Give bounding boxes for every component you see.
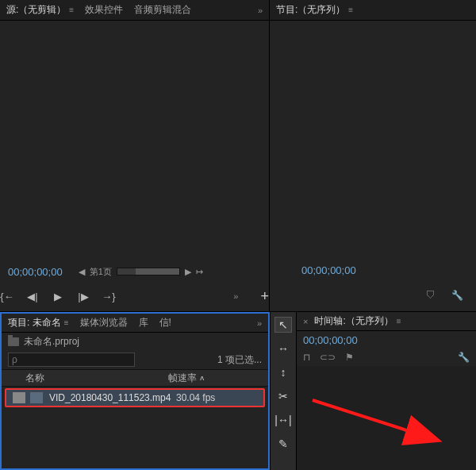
program-panel: 节目:（无序列） ≡ 00;00;00;00 ⛉ 🔧 bbox=[270, 0, 476, 311]
timeline-prefix-icon: × bbox=[303, 317, 308, 326]
program-timebar: 00;00;00;00 bbox=[270, 260, 476, 279]
source-transport: {← ◀| ▶ |▶ →} » + bbox=[0, 281, 269, 311]
source-viewer bbox=[0, 21, 269, 262]
play-button[interactable]: ▶ bbox=[51, 289, 65, 303]
wrench-icon[interactable]: 🔧 bbox=[451, 290, 463, 301]
transport-overflow-icon[interactable]: » bbox=[233, 291, 238, 301]
tool-slip[interactable]: |↔| bbox=[274, 412, 292, 428]
program-timecode[interactable]: 00;00;00;00 bbox=[301, 264, 356, 276]
timeline-tabs: × 时间轴:（无序列） ≡ bbox=[297, 312, 476, 331]
panel-menu-icon[interactable]: ≡ bbox=[69, 6, 74, 14]
tab-timeline-label: 时间轴:（无序列） bbox=[314, 314, 393, 328]
pager-prev-icon[interactable]: ◀ bbox=[79, 267, 85, 277]
mark-in-button[interactable]: {← bbox=[0, 289, 14, 303]
tabs-overflow-icon[interactable]: » bbox=[258, 6, 263, 15]
panel-menu-icon[interactable]: ≡ bbox=[397, 317, 401, 326]
pager-end-icon[interactable]: ↦ bbox=[196, 267, 203, 277]
column-fps[interactable]: 帧速率 ʌ bbox=[168, 372, 268, 385]
tab-source-label: 源:（无剪辑） bbox=[6, 3, 66, 17]
mark-out-button[interactable]: →} bbox=[102, 289, 116, 303]
tool-ripple-edit[interactable]: ↕ bbox=[274, 364, 292, 380]
source-timecode[interactable]: 00;00;00;00 bbox=[8, 266, 63, 278]
link-toggle[interactable]: ⊂⊃ bbox=[320, 352, 336, 363]
timeline-tracks-area[interactable] bbox=[297, 366, 476, 470]
tab-project[interactable]: 项目: 未命名 ≡ bbox=[8, 316, 69, 329]
search-input[interactable] bbox=[8, 352, 135, 367]
project-tabs: 项目: 未命名 ≡ 媒体浏览器 库 信! » bbox=[2, 314, 268, 333]
timeline-settings[interactable]: 🔧 bbox=[458, 352, 470, 363]
marker-tool[interactable]: ⚑ bbox=[345, 352, 354, 363]
media-fps: 30.04 fps bbox=[176, 392, 215, 403]
tool-selection[interactable]: ↖ bbox=[274, 317, 292, 333]
pager-next-icon[interactable]: ▶ bbox=[185, 267, 191, 277]
tab-project-label: 项目: 未命名 bbox=[8, 316, 61, 329]
item-count-label: 1 项已选... bbox=[217, 353, 262, 367]
tab-timeline[interactable]: 时间轴:（无序列） ≡ bbox=[314, 314, 401, 328]
sort-caret-icon: ʌ bbox=[200, 374, 204, 382]
tool-track-select[interactable]: ↔ bbox=[274, 341, 292, 356]
timeline-panel: × 时间轴:（无序列） ≡ 00;00;00;00 ⊓ ⊂⊃ ⚑ 🔧 bbox=[297, 312, 476, 470]
project-list-header: 名称 帧速率 ʌ bbox=[2, 369, 268, 387]
tab-media-browser[interactable]: 媒体浏览器 bbox=[80, 316, 128, 329]
step-back-button[interactable]: ◀| bbox=[25, 289, 40, 303]
media-thumb-icon bbox=[13, 392, 25, 403]
tab-audio-clip-mixer[interactable]: 音频剪辑混合 bbox=[134, 3, 191, 17]
bin-icon bbox=[8, 337, 19, 346]
project-search-row: 1 项已选... bbox=[2, 350, 268, 369]
column-fps-label: 帧速率 bbox=[168, 372, 197, 385]
timeline-timecode[interactable]: 00;00;00;00 bbox=[297, 331, 476, 349]
project-file-name: 未命名.prproj bbox=[24, 335, 79, 349]
tool-razor[interactable]: ✂ bbox=[274, 388, 292, 404]
timeline-toolbar: ⊓ ⊂⊃ ⚑ 🔧 bbox=[297, 349, 476, 366]
source-timebar: 00;00;00;00 ◀ 第1页 ▶ ↦ bbox=[0, 262, 269, 281]
tool-pen[interactable]: ✎ bbox=[274, 436, 292, 452]
tab-info[interactable]: 信! bbox=[159, 316, 171, 329]
tabs-overflow-icon[interactable]: » bbox=[257, 318, 262, 328]
project-panel: 项目: 未命名 ≡ 媒体浏览器 库 信! » 未命名.prproj 1 项已选.… bbox=[0, 312, 270, 470]
tool-strip: ↖ ↔ ↕ ✂ |↔| ✎ bbox=[270, 312, 297, 470]
program-tabs: 节目:（无序列） ≡ bbox=[270, 0, 476, 21]
project-file-row: 未命名.prproj bbox=[2, 333, 268, 350]
source-tabs: 源:（无剪辑） ≡ 效果控件 音频剪辑混合 » bbox=[0, 0, 269, 21]
step-forward-button[interactable]: |▶ bbox=[76, 289, 90, 303]
tab-source[interactable]: 源:（无剪辑） ≡ bbox=[6, 3, 74, 17]
tab-program-label: 节目:（无序列） bbox=[276, 3, 345, 17]
add-button[interactable]: + bbox=[260, 288, 269, 305]
panel-menu-icon[interactable]: ≡ bbox=[348, 6, 353, 14]
tab-effect-controls[interactable]: 效果控件 bbox=[85, 3, 123, 17]
snap-toggle[interactable]: ⊓ bbox=[303, 352, 310, 363]
program-bottom-bar: ⛉ 🔧 bbox=[270, 279, 476, 311]
panel-menu-icon[interactable]: ≡ bbox=[64, 318, 69, 327]
video-file-icon bbox=[30, 392, 43, 403]
pager-track[interactable] bbox=[117, 268, 180, 275]
column-name[interactable]: 名称 bbox=[2, 372, 168, 385]
pager-label: 第1页 bbox=[90, 266, 112, 278]
source-panel: 源:（无剪辑） ≡ 效果控件 音频剪辑混合 » 00;00;00;00 ◀ 第1… bbox=[0, 0, 270, 311]
media-name: VID_20180430_111523.mp4 bbox=[49, 392, 176, 403]
tab-program[interactable]: 节目:（无序列） ≡ bbox=[276, 3, 353, 17]
source-pager[interactable]: ◀ 第1页 ▶ ↦ bbox=[79, 266, 203, 278]
program-viewer bbox=[270, 21, 476, 260]
shield-icon[interactable]: ⛉ bbox=[426, 290, 436, 301]
tab-library[interactable]: 库 bbox=[139, 316, 148, 329]
media-item-row[interactable]: VID_20180430_111523.mp4 30.04 fps bbox=[5, 388, 265, 407]
